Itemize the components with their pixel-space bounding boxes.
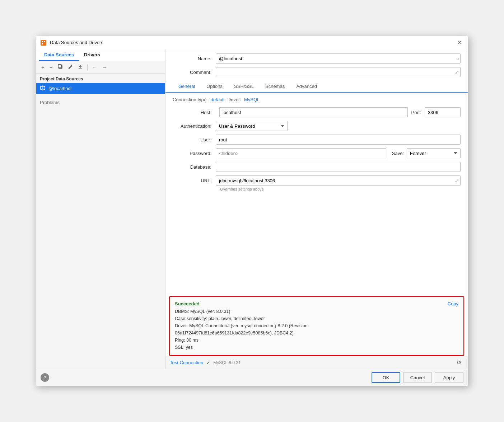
datasource-icon [40,85,46,92]
result-body: DBMS: MySQL (ver. 8.0.31) Case sensitivi… [175,308,458,351]
project-section-label: Project Data Sources [36,74,165,83]
ok-button[interactable]: OK [372,372,400,383]
url-input[interactable] [216,175,461,186]
left-tabs: Data Sources Drivers [36,49,165,61]
tab-content-general: Connection type: default Driver: MySQL H… [165,97,468,195]
password-input[interactable] [216,148,386,158]
add-button[interactable]: + [39,63,47,72]
database-label: Database: [173,164,216,170]
tab-drivers[interactable]: Drivers [79,49,105,61]
left-panel: Data Sources Drivers + − [36,49,165,369]
name-expand-button[interactable]: ○ [456,56,459,61]
svg-rect-4 [44,43,45,44]
result-ssl: SSL: yes [175,344,458,351]
problems-label: Problems [40,100,60,105]
name-input[interactable] [216,53,461,64]
host-port-row: Host: Port: [173,107,461,117]
result-driver2: 06a1f724497fd81c6a659131fda822c9e5085b6c… [175,329,458,337]
connection-type-label: Connection type: [173,97,208,102]
url-label: URL: [173,178,216,183]
auth-dropdown[interactable]: User & Password No auth Password Credent… [216,121,288,131]
user-label: User: [173,137,216,142]
tab-schemas[interactable]: Schemas [260,81,290,93]
apply-button[interactable]: Apply [435,372,463,383]
tab-options[interactable]: Options [201,81,228,93]
save-dropdown[interactable]: Forever Until restart Never [407,148,461,158]
host-label: Host: [173,110,216,115]
bottom-bar: Test Connection ✓ MySQL 8.0.31 ↺ [165,356,468,369]
host-input[interactable] [219,107,408,117]
mysql-version-label: MySQL 8.0.31 [213,360,241,365]
cancel-button[interactable]: Cancel [403,372,432,383]
comment-label: Comment: [173,70,216,75]
user-input[interactable] [216,135,461,145]
datasource-item-label: @localhost [48,86,72,91]
url-input-wrapper: ⤢ [216,175,461,186]
datasource-item-localhost[interactable]: @localhost [36,83,165,94]
svg-rect-3 [42,43,43,44]
nav-forward-button[interactable]: → [100,63,110,72]
close-button[interactable]: ✕ [455,38,464,47]
connection-type-value[interactable]: default [211,97,225,102]
check-icon: ✓ [206,360,210,366]
comment-input-wrapper: ⤢ [216,67,461,77]
auth-label: Authentication: [173,123,216,129]
help-icon: ? [43,375,46,380]
tab-datasources[interactable]: Data Sources [39,49,79,61]
help-button[interactable]: ? [41,373,49,382]
dialog: Data Sources and Drivers ✕ Data Sources … [36,36,468,386]
connection-type-row: Connection type: default Driver: MySQL [173,97,461,102]
import-button[interactable] [76,63,85,72]
refresh-button[interactable]: ↺ [454,358,463,367]
tab-general[interactable]: General [173,81,201,93]
problems-section: Problems [36,97,165,108]
name-input-wrapper: ○ [216,53,461,64]
app-icon [40,39,47,46]
comment-expand-button[interactable]: ⤢ [455,69,459,75]
url-row: URL: ⤢ [173,175,461,186]
name-label: Name: [173,56,216,61]
port-label: Port: [411,110,421,115]
url-expand-button[interactable]: ⤢ [455,178,459,183]
footer: ? OK Cancel Apply [36,369,468,386]
svg-rect-0 [41,40,46,46]
right-tabs: General Options SSH/SSL Schemas Advanced [165,81,468,93]
toolbar-separator [87,64,88,71]
remove-button[interactable]: − [47,63,55,72]
database-row: Database: [173,162,461,172]
copy-button[interactable] [56,63,65,72]
comment-row: Comment: ⤢ [173,67,461,77]
driver-value[interactable]: MySQL [244,97,260,102]
database-input[interactable] [216,162,461,172]
result-case-sensitivity: Case sensitivity: plain=lower, delimited… [175,315,458,322]
user-row: User: [173,135,461,145]
result-header: Succeeded Copy [175,301,458,306]
driver-label: Driver: [228,97,241,102]
name-row: Name: ○ [173,53,461,64]
dialog-title: Data Sources and Drivers [50,40,103,45]
result-ping: Ping: 30 ms [175,337,458,344]
auth-row: Authentication: User & Password No auth … [173,121,461,131]
password-row: Password: Save: Forever Until restart Ne… [173,148,461,158]
main-content: Data Sources Drivers + − [36,49,468,369]
left-toolbar: + − [36,61,165,74]
succeeded-text: Succeeded [175,301,200,306]
svg-rect-6 [58,65,61,68]
password-label: Password: [173,151,216,156]
result-section: Succeeded Copy DBMS: MySQL (ver. 8.0.31)… [169,296,464,356]
port-input[interactable] [425,107,461,117]
test-connection-button[interactable]: Test Connection [170,360,203,365]
tab-advanced[interactable]: Advanced [290,81,323,93]
copy-button[interactable]: Copy [448,301,458,306]
nav-back-button[interactable]: ← [90,63,99,72]
save-label: Save: [392,151,404,156]
wrench-button[interactable] [66,63,75,72]
tab-sshssl[interactable]: SSH/SSL [228,81,260,93]
form-header: Name: ○ Comment: ⤢ [165,49,468,81]
result-dbms: DBMS: MySQL (ver. 8.0.31) [175,308,458,315]
comment-input[interactable] [216,67,461,77]
svg-rect-2 [44,41,45,42]
result-driver: Driver: MySQL Connector/J (ver. mysql-co… [175,322,458,329]
svg-rect-1 [42,41,43,42]
title-bar: Data Sources and Drivers ✕ [36,36,468,49]
